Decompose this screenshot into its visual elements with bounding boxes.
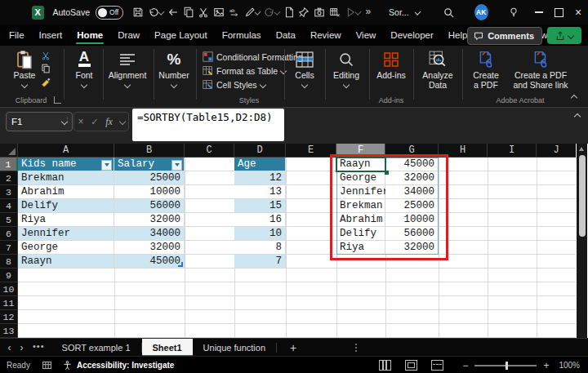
fx-dropdown-icon[interactable] (118, 118, 125, 125)
row-header-13[interactable]: 13 (0, 324, 18, 338)
new-document-icon[interactable] (281, 3, 296, 21)
copy-icon[interactable] (180, 3, 196, 21)
tab-view[interactable]: View (349, 24, 384, 46)
cell-d8[interactable]: 7 (234, 255, 286, 269)
camera-icon[interactable] (312, 3, 327, 21)
zoom-level[interactable]: 100% (559, 361, 580, 370)
row-header-2[interactable]: 2 (0, 171, 18, 185)
row-header-3[interactable]: 3 (0, 185, 18, 199)
cell-f1[interactable]: Raayn (336, 158, 385, 171)
editing-button[interactable]: Editing (327, 48, 366, 87)
cell-a2[interactable]: Brekman (18, 171, 114, 185)
cells-button[interactable]: Cells (287, 48, 322, 87)
font-button[interactable]: A Font (69, 48, 100, 87)
zoom-slider-thumb[interactable] (506, 362, 508, 370)
cell-f7[interactable]: Riya (336, 241, 385, 255)
cell-g3[interactable]: 34000 (385, 185, 439, 199)
add-ins-button[interactable]: Add-ins (372, 48, 410, 80)
tab-file[interactable]: File (2, 24, 32, 46)
avatar[interactable]: AK (474, 4, 488, 20)
cell-d4[interactable]: 15 (234, 199, 286, 213)
cut-button[interactable] (41, 51, 51, 60)
row-header-9[interactable]: 9 (0, 269, 18, 282)
col-header-i[interactable]: I (488, 144, 537, 158)
cell-g5[interactable]: 10000 (385, 213, 439, 227)
cell-a7[interactable]: George (18, 241, 114, 255)
format-as-table-button[interactable]: Format as Table (203, 65, 286, 76)
worksheet-grid[interactable]: A B C D E F G H I J 1 2 3 4 5 6 7 8 9 10… (0, 144, 588, 338)
replace-icon[interactable]: ab (226, 3, 242, 21)
autosave-toggle[interactable]: Off (96, 6, 123, 20)
sheet-tab-sheet1[interactable]: Sheet1 (142, 339, 193, 357)
sheet-nav-left-icon[interactable]: ‹ (3, 342, 16, 353)
tab-data[interactable]: Data (269, 24, 303, 46)
sheet-nav-right-icon[interactable]: › (16, 342, 28, 353)
back-icon[interactable] (165, 3, 180, 21)
cell-g1[interactable]: 45000 (385, 158, 439, 171)
row-header-6[interactable]: 6 (0, 227, 18, 241)
cell-g7[interactable]: 32000 (385, 241, 439, 255)
cell-d3[interactable]: 13 (234, 185, 286, 199)
search-icon[interactable] (441, 3, 457, 21)
row-header-7[interactable]: 7 (0, 241, 18, 255)
tab-draw[interactable]: Draw (110, 24, 147, 46)
minimize-button[interactable] (529, 0, 549, 24)
sheet-tab-sort-example[interactable]: SORT example 1 (51, 339, 141, 357)
number-button[interactable]: % Number (155, 48, 193, 87)
zoom-slider[interactable] (474, 365, 537, 366)
row-header-10[interactable]: 10 (0, 282, 18, 296)
save-icon[interactable] (131, 3, 146, 21)
cell-f5[interactable]: Abrahim (336, 213, 385, 227)
normal-view-button[interactable] (379, 360, 391, 371)
cell-b2[interactable]: 25000 (114, 171, 185, 185)
cell-f3[interactable]: Jennifer (336, 185, 385, 199)
row-header-1[interactable]: 1 (0, 158, 18, 171)
vertical-scrollbar[interactable] (577, 144, 587, 338)
copy-button[interactable] (41, 64, 51, 73)
macro-record-icon[interactable] (42, 360, 52, 371)
document-title[interactable]: Sor... (389, 7, 409, 17)
close-button[interactable]: × (568, 0, 588, 24)
tab-developer[interactable]: Developer (383, 24, 440, 46)
format-painter-button[interactable] (41, 77, 51, 87)
col-header-a[interactable]: A (18, 144, 114, 158)
cell-b1[interactable]: Salary (114, 158, 185, 171)
row-header-11[interactable]: 11 (0, 296, 18, 310)
zoom-out-button[interactable]: − (462, 360, 468, 371)
cell-g6[interactable]: 56000 (385, 227, 439, 241)
col-header-g[interactable]: G (385, 144, 439, 158)
filter-dropdown-icon[interactable] (101, 160, 112, 171)
vertical-scroll-thumb[interactable] (579, 155, 586, 237)
cell-g4[interactable]: 25000 (385, 199, 439, 213)
cell-a4[interactable]: Delify (18, 199, 114, 213)
tab-insert[interactable]: Insert (32, 24, 70, 46)
cell-d5[interactable]: 16 (234, 213, 286, 227)
cell-d1[interactable]: Age (234, 158, 286, 171)
cell-d7[interactable]: 8 (234, 241, 286, 255)
new-sheet-button[interactable]: + (290, 341, 296, 354)
row-header-12[interactable]: 12 (0, 310, 18, 324)
insert-function-icon[interactable]: fx (105, 116, 113, 128)
cell-f2[interactable]: George (336, 171, 385, 185)
cell-styles-button[interactable]: Cell Styles (203, 79, 265, 90)
clipboard-dialog-launcher-icon[interactable] (54, 96, 61, 104)
cell-a6[interactable]: Jennifer (18, 227, 114, 241)
collapse-formula-bar-icon[interactable] (574, 113, 581, 120)
name-box[interactable]: F1 (6, 112, 73, 131)
pin-icon[interactable] (296, 3, 312, 21)
tab-scrollbar-splitter[interactable] (355, 344, 357, 352)
title-dropdown-icon[interactable] (414, 9, 421, 16)
analyze-data-button[interactable]: Analyze Data (416, 48, 459, 90)
cell-a1[interactable]: Kids name (18, 158, 114, 171)
comments-button[interactable]: Comments (467, 27, 542, 45)
col-header-b[interactable]: B (114, 144, 185, 158)
col-header-c[interactable]: C (185, 144, 234, 158)
alignment-button[interactable]: Alignment (105, 48, 150, 87)
paste-button[interactable]: Paste (7, 48, 42, 87)
cell-b7[interactable]: 32000 (114, 241, 185, 255)
cell-a5[interactable]: Riya (18, 213, 114, 227)
cell-d6[interactable]: 10 (234, 227, 286, 241)
row-header-4[interactable]: 4 (0, 199, 18, 213)
create-pdf-share-button[interactable]: Create a PDF and Share link (508, 48, 573, 90)
cell-f6[interactable]: Delify (336, 227, 385, 241)
